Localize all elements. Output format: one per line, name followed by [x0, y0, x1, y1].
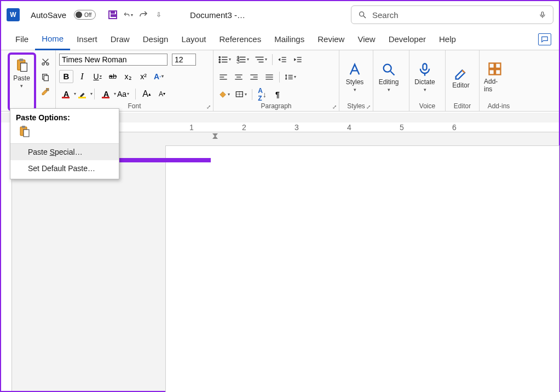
- ruler-mark-3: 3: [270, 123, 323, 132]
- tab-layout[interactable]: Layout: [175, 28, 212, 50]
- group-voice: Dictate ▾ Voice: [409, 50, 446, 111]
- paste-options-title: Paste Options:: [10, 109, 119, 125]
- mic-icon[interactable]: [539, 10, 546, 20]
- highlight-button[interactable]: ▾: [76, 88, 90, 100]
- paste-special-menuitem[interactable]: Paste Special…: [10, 144, 119, 160]
- styles-icon: [347, 62, 362, 77]
- styles-label: Styles: [346, 78, 364, 86]
- tab-home[interactable]: Home: [35, 28, 70, 50]
- justify-button[interactable]: [263, 71, 276, 84]
- tab-insert[interactable]: Insert: [70, 28, 104, 50]
- editing-button[interactable]: Editing ▾: [377, 60, 401, 95]
- document-page[interactable]: [165, 145, 559, 392]
- line-spacing-button[interactable]: ▾: [283, 71, 298, 84]
- tab-mailings[interactable]: Mailings: [268, 28, 311, 50]
- word-app-icon: W: [7, 8, 20, 21]
- ribbon: Paste ▾ B I U▾ ab x₂ x²: [1, 50, 559, 112]
- change-case-button[interactable]: Aa▾: [116, 87, 131, 101]
- superscript-button[interactable]: x²: [137, 70, 150, 83]
- subscript-button[interactable]: x₂: [122, 70, 135, 83]
- svg-rect-53: [423, 63, 427, 70]
- undo-icon[interactable]: ▾: [123, 10, 133, 20]
- shading-button[interactable]: ▾: [217, 88, 232, 101]
- copy-icon[interactable]: [39, 71, 51, 83]
- svg-rect-5: [19, 58, 23, 61]
- decrease-indent-button[interactable]: [276, 53, 289, 66]
- format-painter-icon[interactable]: [39, 86, 51, 98]
- strikethrough-button[interactable]: ab: [106, 70, 119, 83]
- group-styles: Styles ▾ Styles ⤢: [339, 50, 373, 111]
- borders-button[interactable]: ▾: [234, 88, 249, 101]
- underline-button[interactable]: U▾: [91, 70, 104, 83]
- font-color-2-button[interactable]: A▾: [99, 88, 113, 100]
- styles-button[interactable]: Styles ▾: [343, 60, 367, 95]
- svg-rect-55: [489, 63, 494, 68]
- svg-text:3: 3: [236, 57, 240, 63]
- svg-rect-10: [44, 75, 48, 80]
- set-default-paste-menuitem[interactable]: Set Default Paste…: [10, 160, 119, 177]
- svg-line-52: [391, 71, 395, 75]
- font-dialog-launcher[interactable]: ⤢: [206, 104, 211, 110]
- bullets-button[interactable]: ▾: [217, 53, 233, 66]
- bold-button[interactable]: B: [59, 70, 73, 83]
- editor-label: Editor: [452, 81, 469, 89]
- paragraph-dialog-launcher[interactable]: ⤢: [332, 104, 337, 110]
- comments-button[interactable]: [538, 33, 551, 45]
- document-title[interactable]: Document3 -…: [190, 10, 245, 20]
- svg-marker-60: [212, 136, 218, 139]
- font-size-input[interactable]: [172, 54, 196, 66]
- search-placeholder: Search: [372, 10, 399, 20]
- styles-dialog-launcher[interactable]: ⤢: [366, 104, 371, 110]
- multilevel-list-button[interactable]: ▾: [253, 53, 269, 66]
- chevron-down-icon: ▾: [20, 83, 23, 89]
- align-center-button[interactable]: [232, 71, 245, 84]
- paste-keep-source-button[interactable]: [10, 125, 119, 143]
- svg-rect-58: [495, 69, 500, 74]
- autosave-state: Off: [84, 12, 91, 18]
- quick-access-toolbar: ▾ ⇩: [108, 10, 164, 20]
- font-color-button[interactable]: A▾: [59, 88, 73, 100]
- tab-file[interactable]: File: [9, 28, 35, 50]
- align-right-button[interactable]: [247, 71, 261, 84]
- align-left-button[interactable]: [217, 71, 230, 84]
- grow-font-button[interactable]: A▴: [140, 87, 153, 101]
- sort-button[interactable]: AZ↓: [256, 88, 269, 101]
- ruler-mark-1: 1: [165, 123, 218, 132]
- group-paragraph: ▾ 123▾ ▾ ▾ ▾ ▾ AZ↓ ¶: [213, 50, 339, 111]
- ruler-indent-marker[interactable]: [211, 132, 219, 142]
- shrink-font-button[interactable]: A▾: [155, 87, 169, 101]
- addins-icon: [487, 61, 503, 77]
- group-clipboard: Paste ▾: [3, 50, 56, 111]
- paste-highlight: Paste ▾: [8, 52, 36, 111]
- editor-button[interactable]: Editor: [449, 63, 473, 91]
- svg-point-16: [219, 61, 220, 62]
- autosave-toggle[interactable]: Off: [74, 10, 96, 20]
- dictate-button[interactable]: Dictate ▾: [413, 60, 437, 95]
- text-effects-button[interactable]: A▫▾: [152, 70, 165, 83]
- tab-view[interactable]: View: [351, 28, 382, 50]
- paste-button[interactable]: Paste ▾: [10, 56, 34, 91]
- tab-developer[interactable]: Developer: [382, 28, 432, 50]
- tab-design[interactable]: Design: [136, 28, 175, 50]
- save-icon[interactable]: [108, 10, 118, 20]
- cut-icon[interactable]: [39, 56, 51, 68]
- svg-point-12: [219, 56, 220, 57]
- tab-review[interactable]: Review: [311, 28, 351, 50]
- search-box[interactable]: Search: [351, 5, 553, 24]
- tab-help[interactable]: Help: [432, 28, 463, 50]
- addins-button[interactable]: Add-ins: [483, 59, 507, 95]
- autosave-label: AutoSave: [31, 10, 66, 20]
- editor-group-label: Editor: [449, 101, 476, 111]
- font-name-input[interactable]: [59, 54, 168, 66]
- group-font: B I U▾ ab x₂ x² A▫▾ A▾ ▾ A▾ Aa▾ A▴ A▾ Fo…: [56, 50, 213, 111]
- tab-draw[interactable]: Draw: [104, 28, 136, 50]
- italic-button[interactable]: I: [76, 70, 89, 83]
- group-addins: Add-ins Add-ins: [480, 50, 518, 111]
- qat-more-icon[interactable]: ⇩: [154, 10, 164, 20]
- show-marks-button[interactable]: ¶: [271, 88, 284, 101]
- increase-indent-button[interactable]: [291, 53, 304, 66]
- tab-references[interactable]: References: [212, 28, 268, 50]
- numbering-button[interactable]: 123▾: [235, 53, 251, 66]
- addins-label: Add-ins: [484, 78, 506, 93]
- redo-icon[interactable]: [138, 10, 148, 20]
